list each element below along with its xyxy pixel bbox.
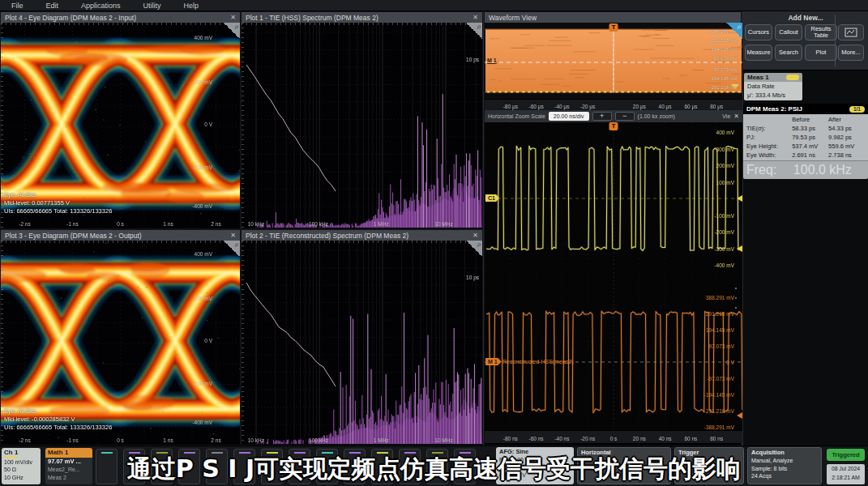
y-tick-label: -291.218 mV — [710, 85, 738, 90]
y-tick-label: -400 mV — [714, 262, 734, 268]
zoom-readout: (1.00 kx zoom) — [638, 113, 675, 119]
dpm-meas2-results-card[interactable]: DPM Meas 2: PSIJ 1/1 BeforeAfterTIE(σ):5… — [743, 104, 868, 179]
y-tick-label: 200 mV — [195, 79, 212, 85]
panel-splitter-handle[interactable] — [733, 288, 738, 309]
menu-item-edit[interactable]: Edit — [46, 2, 59, 10]
plot1-title-bar[interactable]: Plot 1 - TIE (HSS) Spectrum (DPM Meas 2)… — [242, 12, 482, 23]
plot2-close-icon[interactable]: ✕ — [472, 232, 478, 239]
left-ruler — [1, 23, 3, 228]
plot3-plot-area[interactable]: 400 mV200 mV0 V-200 mV-400 mV -2 ns-1 ns… — [1, 241, 240, 445]
panel-waveform-view: Waveform View M 1 T 388.291 mV291.218 mV… — [484, 11, 742, 446]
plot4-title-bar[interactable]: Plot 4 - Eye Diagram (DPM Meas 2 - Input… — [1, 12, 240, 23]
add-measure-button[interactable]: Measure — [745, 45, 772, 61]
add-display-button[interactable] — [838, 24, 864, 40]
add-plot-button[interactable]: Plot — [805, 45, 837, 61]
zoom-out-button[interactable]: − — [615, 112, 635, 121]
view-label: Vie — [722, 113, 730, 119]
math1-status-badge[interactable]: Math 1 97.07 mV ... Meas2_Re... Meas 2 — [45, 448, 92, 484]
y-tick-label: -400 mV — [192, 420, 212, 425]
spectrum-canvas — [242, 241, 482, 445]
x-tick-label: -80 ns — [503, 436, 518, 441]
plot3-close-icon[interactable]: ✕ — [230, 232, 236, 239]
spectrum-canvas — [242, 23, 482, 228]
measurement-mini-badge[interactable] — [96, 449, 118, 484]
dpm-result-row: Eye Height:537.4 mV559.6 mV — [743, 142, 868, 151]
plot1-close-icon[interactable]: ✕ — [472, 15, 478, 21]
plot2-plot-area[interactable]: 10 kHz100 kHz1 MHz10 MHz 10 ps ⌕ — [242, 241, 482, 445]
menu-item-file[interactable]: File — [11, 2, 24, 10]
plot4-plot-area[interactable]: 400 mV200 mV0 V-200 mV-400 mV -2 ns-1 ns… — [1, 23, 240, 228]
waveform-overview[interactable]: M 1 T 388.291 mV291.218 mV194.145 mV97.0… — [485, 23, 742, 99]
x-tick-label: 100 kHz — [309, 221, 328, 227]
waveform-time-axis: -80 ns-60 ns-40 ns-20 ns0 s20 ns40 ns60 … — [485, 430, 742, 443]
x-tick-label: 40 μs — [659, 104, 672, 109]
dpm-col-spacer — [746, 116, 792, 123]
x-tick-label: -1 ns — [66, 221, 78, 227]
y-tick-label: 194.145 mV — [706, 327, 734, 333]
overview-source-badge[interactable]: M 1 — [487, 58, 497, 63]
x-tick-label: 10 kHz — [248, 437, 264, 443]
x-tick-label: 20 μs — [633, 104, 646, 109]
plot3-title-bar[interactable]: Plot 3 - Eye Diagram (DPM Meas 2 - Outpu… — [1, 230, 240, 241]
dpm-header-row: BeforeAfter — [743, 115, 868, 124]
dpm-result-row: Eye Width:2.691 ns2.738 ns — [743, 151, 868, 160]
x-tick-label: -40 μs — [554, 104, 569, 109]
top-ruler — [1, 241, 240, 243]
add-callout-button[interactable]: Callout — [775, 24, 802, 40]
add-search-button[interactable]: Search — [775, 45, 802, 61]
zoom-trigger-marker-icon[interactable]: T — [609, 122, 618, 130]
zoom-close-icon[interactable]: ✕ — [733, 113, 739, 120]
trigger-level-arrow-icon[interactable] — [737, 245, 742, 252]
channel1-status-badge[interactable]: Ch 1 100 mV/div 50 Ω 10 GHz — [2, 448, 41, 484]
dpm-before-value: 2.691 ns — [792, 151, 828, 159]
waveform-zoom-area[interactable]: T C1 M 1 Reconstructed-HSS(meas2) 400 mV… — [485, 122, 742, 430]
y-tick-label: -200 mV — [192, 164, 212, 170]
meas1-badge-card[interactable]: Meas 1 Data Rate μ': 333.4 Mb/s — [744, 73, 802, 100]
dpm-freq-label: Freq: — [746, 163, 780, 177]
plot2-title-bar[interactable]: Plot 2 - TIE (Reconstructed) Spectrum (D… — [242, 230, 482, 241]
zoom-scale-value[interactable]: 20.00 ns/div — [549, 112, 589, 121]
menu-item-applications[interactable]: Applications — [81, 2, 121, 10]
dpm-page-badge[interactable]: 1/1 — [849, 106, 865, 113]
oscilloscope-app: FileEditApplicationsUtilityHelp Plot 4 -… — [0, 0, 868, 486]
button-divider — [835, 15, 836, 66]
plot1-plot-area[interactable]: 10 kHz100 kHz1 MHz10 MHz 10 ps ⌕ — [242, 23, 482, 228]
plot-zoom-corner-icon[interactable]: ⌕ — [224, 23, 240, 39]
meas1-type: Data Rate — [747, 83, 799, 92]
zoom-scale-label: Horizontal Zoom Scale — [488, 113, 545, 119]
triggered-status-button[interactable]: Triggered — [827, 449, 865, 461]
dpm-row-label: TIE(σ): — [746, 125, 792, 132]
menu-item-utility[interactable]: Utility — [143, 2, 161, 10]
y-tick-label: 194.145 mV — [712, 47, 738, 52]
y-tick-label: 388.291 mV — [706, 295, 734, 301]
more-button[interactable]: More... — [838, 45, 864, 61]
plot4-close-icon[interactable]: ✕ — [230, 15, 236, 21]
x-tick-label: 60 μs — [684, 104, 697, 109]
dpm-after-value: 54.33 ps — [828, 125, 865, 132]
trigger-marker-icon[interactable]: T — [609, 23, 618, 32]
plot-zoom-corner-icon[interactable]: ⌕ — [466, 23, 482, 39]
zoom-in-button[interactable]: + — [592, 112, 612, 121]
x-tick-label: 100 kHz — [309, 437, 328, 443]
math1-trace-label: Reconstructed-HSS(meas2) — [502, 359, 574, 364]
dpm-freq-value: 100.0 kHz — [780, 163, 865, 177]
panel-plot4-eye-input: Plot 4 - Eye Diagram (DPM Meas 2 - Input… — [0, 11, 241, 229]
x-tick-label: -60 ns — [529, 436, 544, 441]
overview-zoom-corner-icon[interactable]: ⌕ — [726, 23, 742, 39]
add-results-table-button[interactable]: Results Table — [805, 24, 837, 40]
meas1-title: Meas 1 — [747, 74, 769, 81]
menu-item-help[interactable]: Help — [184, 2, 199, 10]
add-cursors-button[interactable]: Cursors — [745, 24, 772, 40]
math1-level-arrow-icon[interactable] — [737, 412, 742, 419]
y-tick-label: 400 mV — [195, 35, 212, 40]
x-tick-label: 1 ns — [163, 437, 173, 443]
plot-zoom-corner-icon[interactable]: ⌕ — [466, 241, 482, 257]
left-ruler — [1, 241, 3, 445]
channel1-level-arrow-icon[interactable] — [737, 195, 742, 202]
plot-zoom-corner-icon[interactable]: ⌕ — [224, 241, 240, 257]
right-control-panel: Add New... CursorsCalloutResults Table M… — [743, 11, 868, 446]
dpm-title: DPM Meas 2: PSIJ — [746, 105, 802, 113]
waveform-title-bar[interactable]: Waveform View — [485, 12, 741, 23]
y-tick-label: 400 mV — [716, 130, 734, 135]
acquisition-panel[interactable]: Acquisition Manual, Analyze Sample: 8 bi… — [747, 447, 822, 484]
